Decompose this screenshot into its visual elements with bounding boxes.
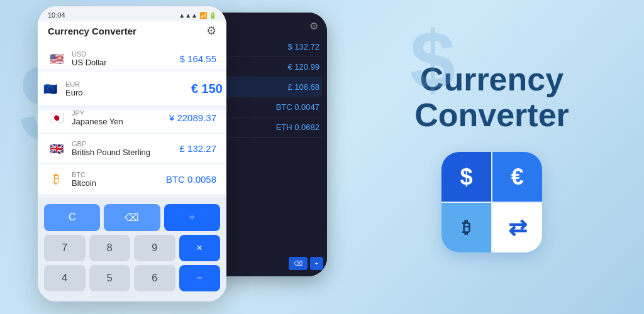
calc-clear-btn[interactable]: C — [44, 204, 100, 231]
currency-amount-gbp: £ 132.27 — [180, 143, 216, 154]
currency-code-gbp: GBP — [72, 140, 174, 148]
currency-info-eur: EUR Euro — [65, 80, 185, 97]
calc-7-btn[interactable]: 7 — [44, 235, 86, 261]
front-header: Currency Converter ⚙ — [38, 21, 226, 44]
back-calc-backspace[interactable]: ⌫ — [289, 257, 308, 270]
front-status-bar: 10:04 ▲▲▲ 📶 🔋 — [38, 6, 226, 21]
currency-row-btc[interactable]: ₿ BTC Bitcoin BTC 0.0058 — [38, 165, 226, 194]
back-calc-divide[interactable]: ÷ — [310, 257, 324, 270]
calc-divide-btn[interactable]: ÷ — [164, 204, 220, 231]
calc-row-1: C ⌫ ÷ — [44, 204, 220, 231]
app-header-title: Currency Converter — [48, 26, 136, 36]
phones-area: ⚙ 🇺🇸 $ 132.72 🇪🇺 € 120.99 🇬🇧 £ 106.68 ₿ — [0, 0, 340, 314]
flag-eur: 🇪🇺 — [42, 83, 59, 95]
back-amount-eur: € 120.99 — [287, 62, 319, 72]
wifi-icon: 📶 — [199, 12, 207, 19]
currency-row-jpy[interactable]: 🇯🇵 JPY Japanese Yen ¥ 22089.37 — [38, 103, 226, 133]
phone-front: 10:04 ▲▲▲ 📶 🔋 Currency Converter ⚙ 🇺🇸 US… — [38, 6, 226, 301]
status-icons: ▲▲▲ 📶 🔋 — [179, 12, 216, 19]
currency-name-gbp: British Pound Sterling — [72, 148, 174, 157]
flag-jpy: 🇯🇵 — [48, 112, 65, 124]
app-title-line2: Converter — [414, 97, 569, 133]
currency-info-usd: USD US Dollar — [72, 50, 174, 67]
currency-name-eur: Euro — [65, 88, 185, 97]
calc-area: C ⌫ ÷ 7 8 9 × 4 5 6 − — [38, 198, 226, 301]
flag-gbp: 🇬🇧 — [48, 143, 65, 155]
icon-cell-bitcoin: ₿ — [441, 203, 491, 252]
calc-8-btn[interactable]: 8 — [89, 235, 131, 261]
currency-amount-jpy: ¥ 22089.37 — [169, 112, 216, 123]
currency-code-usd: USD — [72, 50, 174, 58]
app-icon[interactable]: $ € ₿ ⇄ — [441, 152, 542, 252]
currency-row-gbp[interactable]: 🇬🇧 GBP British Pound Sterling £ 132.27 — [38, 134, 226, 163]
calc-9-btn[interactable]: 9 — [134, 235, 175, 261]
right-area: Currency Converter $ € ₿ ⇄ — [340, 49, 644, 265]
app-title-line1: Currency — [414, 62, 569, 97]
currency-row-usd[interactable]: 🇺🇸 USD US Dollar $ 164.55 — [38, 44, 226, 73]
phone-front-inner: 10:04 ▲▲▲ 📶 🔋 Currency Converter ⚙ 🇺🇸 US… — [38, 6, 226, 301]
back-gear-icon[interactable]: ⚙ — [309, 20, 318, 32]
currency-info-jpy: JPY Japanese Yen — [72, 109, 163, 126]
calc-minus-btn[interactable]: − — [179, 265, 221, 291]
front-gear-icon[interactable]: ⚙ — [206, 24, 216, 38]
calc-4-btn[interactable]: 4 — [44, 265, 86, 291]
currency-name-btc: Bitcoin — [72, 178, 160, 188]
calc-5-btn[interactable]: 5 — [89, 265, 131, 291]
calc-row-3: 4 5 6 − — [44, 265, 220, 291]
calc-6-btn[interactable]: 6 — [134, 265, 175, 291]
status-time: 10:04 — [48, 11, 65, 19]
currency-code-eur: EUR — [65, 80, 185, 88]
currency-amount-btc: BTC 0.0058 — [166, 174, 216, 185]
currency-amount-eur: € 150 — [191, 82, 223, 96]
back-amount-usd: $ 132.72 — [287, 42, 319, 51]
currency-code-jpy: JPY — [72, 109, 163, 117]
currency-amount-usd: $ 164.55 — [180, 53, 216, 64]
battery-icon: 🔋 — [209, 12, 216, 19]
flag-btc: ₿ — [48, 173, 65, 186]
back-amount-btc: BTC 0.0047 — [276, 102, 319, 112]
currency-name-jpy: Japanese Yen — [72, 117, 163, 126]
flag-usd: 🇺🇸 — [48, 53, 65, 65]
icon-cell-euro: € — [492, 152, 542, 202]
icon-cell-exchange: ⇄ — [492, 203, 542, 252]
back-amount-eth: ETH 0.0682 — [276, 122, 319, 132]
calc-row-2: 7 8 9 × — [44, 235, 220, 261]
back-amount-gbp: £ 106.68 — [287, 82, 319, 92]
currency-code-btc: BTC — [72, 171, 160, 178]
calc-multiply-btn[interactable]: × — [179, 235, 221, 261]
icon-cell-dollar: $ — [441, 152, 491, 202]
app-title: Currency Converter — [414, 62, 569, 133]
signal-icon: ▲▲▲ — [179, 12, 197, 19]
currency-name-usd: US Dollar — [72, 58, 174, 67]
currency-info-btc: BTC Bitcoin — [72, 171, 160, 188]
currency-info-gbp: GBP British Pound Sterling — [72, 140, 174, 157]
currency-row-eur[interactable]: 🇪🇺 EUR Euro € 150 — [38, 72, 226, 106]
calc-backspace-btn[interactable]: ⌫ — [104, 204, 160, 231]
